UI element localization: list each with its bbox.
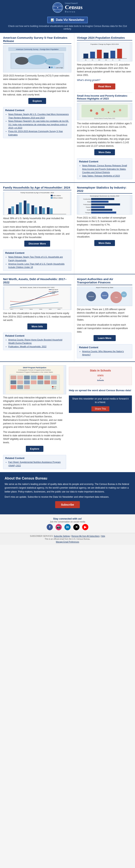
share-button[interactable]: Share This	[91, 406, 109, 411]
svg-text:SW: SW	[105, 59, 107, 61]
stats-schools-title: Stats in Schools	[71, 369, 130, 372]
acs-link-3[interactable]: Press Kit: 2019-2023 American Community …	[8, 130, 63, 136]
list-item: News Release (Spanish): En casi todos lo…	[8, 119, 69, 130]
subscribe-button[interactable]: Subscribe	[55, 501, 80, 508]
instagram-icon[interactable]: 📷	[55, 524, 62, 530]
list-item: News Release: Nearly Two-Thirds of U.S. …	[8, 255, 69, 262]
about-section: About the Census Bureau We serve as the …	[0, 472, 135, 514]
svg-rect-105	[17, 376, 23, 379]
snap-explore-button[interactable]: Explore	[26, 446, 44, 452]
fam-link-1[interactable]: News Release: Nearly Two-Thirds of U.S. …	[8, 256, 63, 261]
small-area-image: School District Poverty Rates 2023	[77, 103, 132, 120]
svg-rect-15	[53, 67, 55, 68]
vintage-body1: New population estimates show the U.S. p…	[77, 63, 132, 77]
airport-learn-more-button[interactable]: Learn More	[94, 335, 116, 341]
svg-text:Assistance Program Participati: Assistance Program Participation in the …	[16, 371, 53, 373]
small-area-body1: The median estimated poverty rate of chi…	[77, 122, 132, 132]
svg-point-10	[28, 55, 47, 65]
x-twitter-icon[interactable]: ✕	[73, 524, 80, 530]
footer: SUBSCRIBER SERVICES: Subscribe Settings …	[0, 533, 135, 545]
svg-rect-47	[24, 200, 27, 214]
nonemployer-title: Nonemployer Statistics by Industry: 2022	[77, 186, 132, 193]
svg-rect-43	[8, 208, 11, 214]
newsletter-header: 📊 Data Viz Newsletter Check out how we'r…	[0, 15, 135, 33]
snap-link-1[interactable]: Fact Sheet: Supplemental Nutrition Assis…	[8, 461, 60, 467]
svg-text:Expend.: Expend.	[102, 295, 107, 297]
airport-image: Airport Finances by State Revenue Expend…	[77, 287, 132, 306]
airport-body2: Use our interactive visualization to exp…	[77, 323, 132, 334]
family-body1: About 39% of U.S. family households this…	[3, 217, 71, 224]
airport-section-col: Airport Authorities and Air Transportati…	[74, 274, 135, 362]
youtube-icon[interactable]: ▶	[82, 524, 88, 530]
svg-rect-58	[51, 197, 53, 198]
svg-text:Family Households by Age of Ho: Family Households by Age of Householder:…	[20, 192, 54, 193]
footer-services: SUBSCRIBER SERVICES: Subscribe Settings …	[4, 535, 131, 537]
footer-remove-link[interactable]: Remove Me from All Subscribers	[71, 535, 99, 537]
svg-point-38	[108, 112, 109, 113]
airport-related: Related Content America Counts: Who Mana…	[77, 344, 132, 358]
svg-text:Net Worth: Net Worth	[52, 289, 58, 290]
svg-text:Population Change by Region 20: Population Change by Region 2023-2024	[90, 43, 119, 45]
newsletter-title: Data Viz Newsletter	[56, 18, 84, 22]
svg-rect-72	[91, 212, 116, 214]
list-item: Data Tables: Release Highlights of 2023	[82, 174, 130, 178]
networth-related-list: America Counts: Rising Home Equity Boost…	[5, 338, 69, 348]
acs-link-2[interactable]: News Release (Spanish): En casi todos lo…	[8, 120, 69, 129]
nw-link-1[interactable]: America Counts: Rising Home Equity Boost…	[8, 339, 62, 344]
nonemployer-section-col: Nonemployer Statistics by Industry: 2022…	[74, 183, 135, 274]
svg-text:2020: 2020	[39, 309, 42, 310]
snap-right-col: Stats in Schools STATS in Schools Help u…	[69, 365, 132, 469]
family-discover-button[interactable]: Discover More	[24, 241, 50, 247]
linkedin-icon[interactable]: in	[64, 524, 71, 530]
svg-text:Retail: Retail	[87, 201, 91, 203]
newsletter-subtitle: Check out how we're building innovative …	[4, 25, 131, 30]
fam-link-2[interactable]: America Counts: Less Than Half of U.S. F…	[8, 263, 64, 269]
footer-manage-link[interactable]: Manage Email Preferences	[56, 541, 79, 543]
svg-point-39	[119, 109, 121, 111]
ap-link-1[interactable]: America Counts: Who Manages the Nation's…	[82, 350, 124, 356]
acs-link-1[interactable]: News Release: Nearly All U.S. Counties H…	[8, 113, 69, 119]
svg-rect-46	[19, 203, 22, 214]
acs-image: American Community Survey - Foreign Born…	[3, 45, 71, 72]
nonemployer-more-data-button[interactable]: More Data	[94, 240, 115, 246]
share-body: Share this newsletter on your social med…	[71, 397, 130, 404]
svg-rect-21	[97, 50, 102, 58]
acs-explore-button[interactable]: Explore	[28, 98, 46, 104]
share-this-box: Share this newsletter on your social med…	[69, 396, 132, 413]
acs-related-title: Related Content	[5, 109, 69, 112]
svg-rect-116	[44, 380, 50, 384]
acs-body1: 2019-2023 American Community Survey (ACS…	[3, 74, 71, 81]
svg-rect-119	[17, 385, 23, 389]
footer-subscribe-settings-link[interactable]: Subscribe Settings	[54, 535, 70, 537]
svg-text:★: ★	[57, 7, 59, 9]
footer-help-link[interactable]: Help	[101, 535, 105, 537]
small-area-more-data-button[interactable]: More Data	[94, 149, 115, 155]
airport-related-title: Related Content	[79, 346, 130, 349]
nw-link-2[interactable]: Publication: Wealth of Households: 2022	[8, 345, 46, 348]
svg-rect-13	[49, 67, 50, 68]
social-title: Stay connected with us!	[3, 517, 132, 520]
acs-body2: Use the American Community Survey data a…	[3, 83, 71, 96]
networth-more-info-button[interactable]: More Info	[28, 323, 47, 330]
svg-point-36	[114, 111, 115, 113]
svg-rect-117	[51, 380, 57, 384]
svg-text:NE: NE	[85, 59, 86, 61]
snap-related: Related Content Fact Sheet: Supplemental…	[3, 455, 66, 469]
svg-text:With children: With children	[53, 195, 61, 196]
svg-text:MW: MW	[98, 59, 100, 61]
vintage-title: Vintage 2024 Population Estimates	[77, 36, 132, 40]
airport-title: Airport Authorities and Air Transportati…	[77, 277, 132, 285]
svg-rect-111	[11, 380, 16, 384]
svg-rect-48	[27, 204, 30, 214]
sa-link-1[interactable]: News Release: Census Bureau Releases Sma…	[82, 164, 127, 174]
svg-text:Professional: Professional	[83, 204, 91, 205]
svg-rect-70	[91, 209, 113, 211]
svg-rect-19	[84, 54, 88, 58]
sa-link-2[interactable]: Data Tables: Release Highlights of 2023	[82, 175, 120, 177]
vintage-read-more-button[interactable]: Read More	[94, 84, 115, 89]
svg-text:2019: 2019	[30, 309, 33, 310]
facebook-icon[interactable]: f	[47, 524, 53, 530]
nonemployer-body2: Explore the latest data from the Census …	[77, 228, 132, 239]
vintage-body2: What's driving growth?	[77, 79, 132, 82]
email-wrapper: UNITED STATES ★ CENSUS BUREAU United Sta…	[0, 0, 135, 545]
